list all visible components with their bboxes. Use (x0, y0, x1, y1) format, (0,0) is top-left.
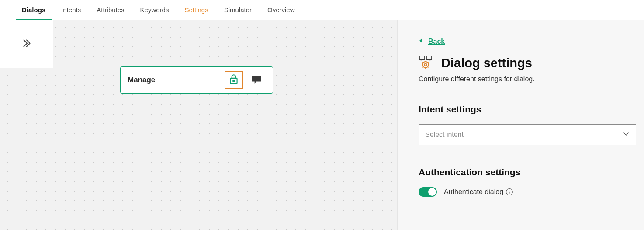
intent-settings-heading: Intent settings (419, 104, 636, 115)
auth-toggle-text: Authenticate dialog (444, 188, 503, 196)
chevron-double-right-icon (21, 38, 32, 51)
intent-select[interactable]: Select intent (419, 124, 636, 145)
intent-select-placeholder: Select intent (425, 131, 464, 139)
tab-simulator[interactable]: Simulator (218, 0, 258, 20)
tab-dialogs[interactable]: Dialogs (16, 0, 52, 20)
caret-left-icon (419, 38, 424, 45)
auth-toggle-row: Authenticate dialog i (419, 187, 636, 197)
tab-keywords[interactable]: Keywords (134, 0, 175, 20)
info-icon[interactable]: i (506, 188, 513, 195)
auth-toggle[interactable] (419, 187, 437, 197)
tab-overview[interactable]: Overview (261, 0, 301, 20)
tab-settings[interactable]: Settings (178, 0, 214, 20)
panel-description: Configure different settings for dialog. (419, 75, 636, 83)
panel-header: Dialog settings (419, 55, 636, 71)
svg-rect-3 (426, 56, 432, 60)
chevron-down-icon (623, 130, 630, 139)
chat-icon (251, 73, 262, 87)
chat-button[interactable] (247, 71, 266, 89)
tab-intents[interactable]: Intents (55, 0, 87, 20)
top-tabs: Dialogs Intents Attributes Keywords Sett… (0, 0, 644, 20)
dialog-canvas[interactable]: Manage (0, 20, 397, 230)
settings-panel: Back Dialog settings Configure different… (397, 20, 644, 230)
panel-title: Dialog settings (441, 56, 532, 70)
auth-lock-button[interactable] (225, 71, 243, 89)
auth-settings-heading: Authentication settings (419, 167, 636, 178)
dialog-node-title: Manage (128, 76, 220, 84)
back-link[interactable]: Back (419, 38, 445, 45)
svg-rect-2 (419, 56, 425, 60)
lock-icon (228, 73, 239, 87)
dialog-settings-icon (419, 55, 433, 71)
svg-rect-1 (232, 80, 235, 82)
svg-point-5 (425, 64, 427, 66)
svg-point-4 (422, 62, 429, 68)
back-label: Back (428, 38, 445, 45)
panel-expand-button[interactable] (0, 20, 53, 68)
auth-toggle-label: Authenticate dialog i (444, 188, 513, 196)
dialog-node[interactable]: Manage (120, 66, 273, 94)
tab-attributes[interactable]: Attributes (90, 0, 130, 20)
